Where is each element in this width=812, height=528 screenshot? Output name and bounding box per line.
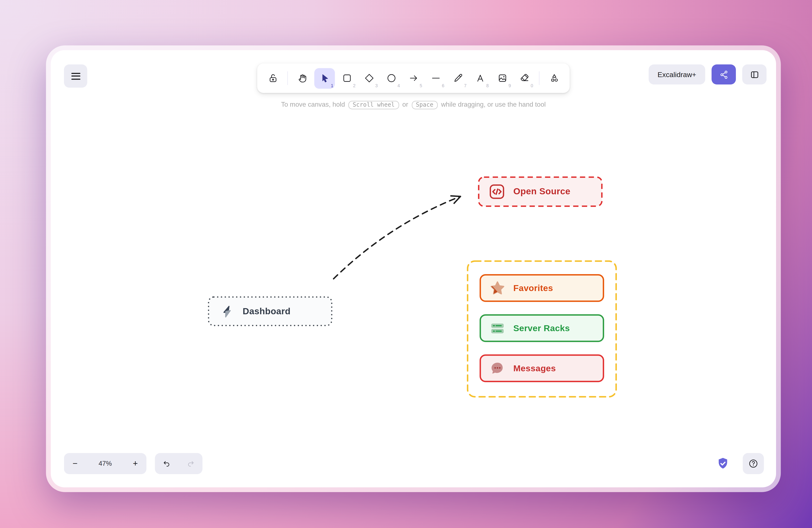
node-favorites[interactable]: Favorites (480, 274, 604, 302)
node-label: Server Racks (513, 323, 570, 333)
server-icon (490, 320, 505, 336)
excalidraw-window: 1 2 3 4 (51, 50, 776, 487)
node-label: Favorites (513, 283, 553, 293)
star-icon (490, 280, 505, 296)
question-mark-icon (748, 458, 759, 469)
zoom-out-button[interactable]: − (64, 453, 86, 474)
undo-button[interactable] (155, 453, 179, 474)
desktop-background: 1 2 3 4 (0, 0, 812, 528)
node-server-racks[interactable]: Server Racks (480, 314, 604, 342)
node-open-source[interactable]: Open Source (478, 176, 603, 207)
code-icon (488, 183, 506, 201)
redo-button[interactable] (179, 453, 203, 474)
node-label: Messages (513, 363, 556, 373)
redo-arrow-icon (186, 459, 195, 468)
lightning-bolt-icon (220, 303, 234, 319)
node-dashboard[interactable]: Dashboard (208, 296, 333, 327)
node-messages[interactable]: Messages (480, 354, 604, 382)
history-controls (155, 453, 203, 474)
connector-arrow (51, 50, 776, 487)
zoom-level[interactable]: 47% (86, 460, 124, 467)
drawing-canvas[interactable]: Dashboard Open Source (51, 50, 776, 487)
chat-bubble-icon (490, 360, 505, 376)
shield-check-icon[interactable] (716, 456, 730, 471)
node-label: Open Source (513, 186, 570, 197)
undo-arrow-icon (162, 459, 172, 468)
node-label: Dashboard (243, 306, 291, 317)
zoom-in-button[interactable]: + (124, 453, 147, 474)
zoom-controls: − 47% + (64, 453, 147, 474)
help-button[interactable] (743, 453, 764, 474)
